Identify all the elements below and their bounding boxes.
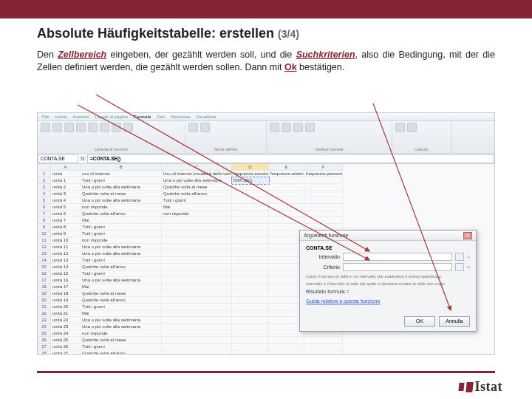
cell[interactable]: Qualche volta al mese <box>81 290 162 297</box>
tab-data[interactable]: Dati <box>157 115 165 119</box>
cell[interactable]: unità 7 <box>51 217 81 224</box>
cell[interactable] <box>232 191 269 197</box>
tab-layout[interactable]: Layout di pagina <box>95 115 128 119</box>
cell[interactable]: Una o più volte alla settimana <box>81 317 162 324</box>
fn-icon[interactable] <box>76 123 86 132</box>
column-header[interactable]: D <box>232 164 269 171</box>
range-picker-icon[interactable] <box>455 263 464 271</box>
cell[interactable]: Tutti i giorni <box>162 197 232 204</box>
ok-button[interactable]: OK <box>404 316 435 327</box>
cell[interactable] <box>162 250 232 257</box>
cell[interactable] <box>269 204 304 211</box>
cell[interactable] <box>304 177 343 184</box>
cell[interactable] <box>232 277 269 284</box>
cell[interactable]: Mai <box>81 217 162 224</box>
column-header[interactable]: A <box>51 164 81 171</box>
fn-icon[interactable] <box>100 123 109 132</box>
column-header[interactable]: F <box>304 164 343 171</box>
row-header[interactable]: 2 <box>38 177 51 184</box>
cell[interactable] <box>162 350 232 355</box>
cell[interactable] <box>304 337 343 344</box>
cell[interactable]: unità 12 <box>51 250 81 257</box>
cell[interactable]: Tutti i giorni <box>81 257 162 264</box>
cell[interactable] <box>232 337 269 344</box>
name-icon[interactable] <box>200 123 210 132</box>
column-header[interactable]: C <box>162 164 232 171</box>
row-header[interactable]: 22 <box>38 310 51 317</box>
cell[interactable]: frequenza relativa <box>269 171 304 177</box>
audit-icon[interactable] <box>293 123 303 132</box>
cell[interactable] <box>232 350 269 355</box>
row-header[interactable]: 1 <box>38 171 51 177</box>
fn-icon[interactable] <box>88 123 98 132</box>
cell[interactable] <box>232 304 269 310</box>
cell[interactable]: Una o più volte alla settimana <box>81 184 162 191</box>
row-header[interactable]: 14 <box>38 257 51 264</box>
cell[interactable]: Tutti i giorni <box>81 344 162 350</box>
row-header[interactable]: 11 <box>38 237 51 244</box>
row-header[interactable]: 24 <box>38 324 51 330</box>
cell[interactable] <box>232 211 269 217</box>
cell[interactable] <box>162 344 232 350</box>
tab-view[interactable]: Visualizza <box>196 115 216 119</box>
cell[interactable] <box>232 197 269 204</box>
cell[interactable] <box>232 257 269 264</box>
cell[interactable] <box>232 330 269 337</box>
cell[interactable] <box>162 237 232 244</box>
cell[interactable]: Tutti i giorni <box>81 304 162 310</box>
calc-icon[interactable] <box>395 123 405 132</box>
cell[interactable]: unità 11 <box>51 244 81 250</box>
row-header[interactable]: 8 <box>38 217 51 224</box>
cell[interactable] <box>162 317 232 324</box>
cell[interactable]: Tutti i giorni <box>81 231 162 237</box>
cell[interactable]: Mai <box>162 204 232 211</box>
cell[interactable] <box>162 257 232 264</box>
cell[interactable]: NTA.SE() <box>232 177 269 184</box>
fn-icon[interactable] <box>112 123 121 132</box>
cell[interactable] <box>162 330 232 337</box>
audit-icon[interactable] <box>270 123 279 132</box>
fn-icon[interactable] <box>41 123 50 132</box>
cell[interactable] <box>304 184 343 191</box>
cell[interactable] <box>232 244 269 250</box>
cell[interactable]: Qualche volta all'anno <box>81 264 162 270</box>
cell[interactable]: unità 27 <box>51 350 81 355</box>
cell[interactable]: Qualche volta all'anno <box>81 350 162 355</box>
cell[interactable]: unità 25 <box>51 337 81 344</box>
cell[interactable] <box>304 350 343 355</box>
cell[interactable]: Qualche volta all'anno <box>81 297 162 304</box>
cell[interactable]: non risponde <box>162 211 232 217</box>
cell[interactable] <box>269 184 304 191</box>
cell[interactable] <box>304 211 343 217</box>
cell[interactable] <box>269 177 304 184</box>
cell[interactable] <box>162 217 232 224</box>
cell[interactable]: Qualche volta al mese <box>81 337 162 344</box>
cell[interactable]: unità 23 <box>51 324 81 330</box>
cell[interactable] <box>232 310 269 317</box>
cell[interactable] <box>269 217 304 224</box>
row-header[interactable]: 16 <box>38 270 51 277</box>
help-link[interactable]: Guida relativa a questa funzione <box>306 299 380 304</box>
cell[interactable]: unità 20 <box>51 304 81 310</box>
row-header[interactable]: 19 <box>38 290 51 297</box>
cell[interactable]: frequenza assoluta <box>232 171 269 177</box>
cell[interactable]: Una o più volte alla settimana <box>81 250 162 257</box>
cell[interactable] <box>232 297 269 304</box>
cell[interactable] <box>162 290 232 297</box>
row-header[interactable]: 3 <box>38 184 51 191</box>
cell[interactable]: unità 9 <box>51 231 81 237</box>
cell[interactable]: Una o più volte alla settimana <box>162 177 232 184</box>
cell[interactable] <box>232 317 269 324</box>
cell[interactable] <box>232 344 269 350</box>
cell[interactable] <box>162 304 232 310</box>
column-header[interactable]: E <box>269 164 304 171</box>
row-header[interactable]: 4 <box>38 191 51 197</box>
calc-icon[interactable] <box>407 123 417 132</box>
row-header[interactable]: 21 <box>38 304 51 310</box>
cell[interactable]: unità <box>51 171 81 177</box>
range-picker-icon[interactable] <box>455 253 464 261</box>
cell[interactable] <box>162 284 232 290</box>
row-header[interactable]: 7 <box>38 211 51 217</box>
row-header[interactable]: 27 <box>38 344 51 350</box>
row-header[interactable]: 10 <box>38 231 51 237</box>
